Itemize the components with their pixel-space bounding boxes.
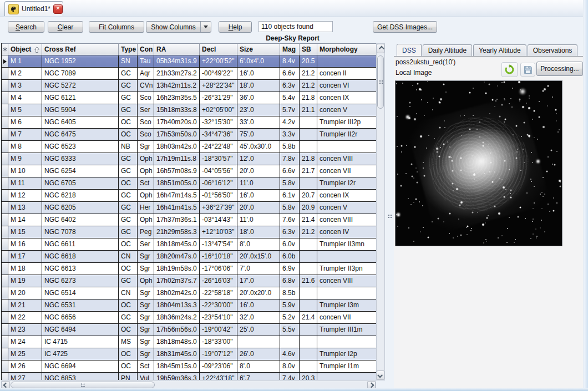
cell[interactable]: M 18 <box>8 263 42 275</box>
cell[interactable]: +22°00'52" <box>200 55 237 68</box>
cell[interactable]: -00°49'22" <box>200 68 237 80</box>
cell[interactable] <box>300 324 317 336</box>
table-row[interactable]: M 25IC 4725OCSgr18h31m45s.0-19°07'12"26'… <box>2 348 376 360</box>
cell[interactable]: Trumpler I2r <box>317 177 376 190</box>
cell[interactable]: 18h18m48s.0 <box>154 336 200 348</box>
cell[interactable]: Vul <box>138 373 154 380</box>
cell[interactable]: Sgr <box>138 312 154 324</box>
cell[interactable]: +36°27'39" <box>200 202 237 214</box>
document-tab[interactable]: Untitled1* ✕ <box>4 1 63 16</box>
row-selector[interactable] <box>2 251 8 263</box>
cell[interactable]: Sgr <box>138 348 154 360</box>
table-row[interactable]: M 8NGC 6523NBSgr18h03m42s.0-24°22'48"45'… <box>2 141 376 153</box>
cell[interactable]: M 13 <box>8 202 42 214</box>
cell[interactable]: 18h03m42s.0 <box>154 141 200 153</box>
cell[interactable]: 20.3 <box>300 373 317 380</box>
cell[interactable]: M 15 <box>8 226 42 238</box>
cell[interactable]: Ser <box>138 238 154 251</box>
column-header-morphology[interactable]: Morphology <box>317 43 376 55</box>
cell[interactable] <box>317 251 376 263</box>
cell[interactable]: 20.9 <box>300 202 317 214</box>
cell[interactable]: 20'.0x20'.0 <box>237 287 280 299</box>
cell[interactable]: +12°10'03" <box>200 226 237 238</box>
cell[interactable]: -22°58'18" <box>200 287 237 299</box>
cell[interactable]: 18h19m58s.0 <box>154 263 200 275</box>
cell[interactable]: +22°43'18" <box>200 373 237 380</box>
cell[interactable]: M 16 <box>8 238 42 251</box>
cell[interactable]: NGC 5272 <box>42 80 119 92</box>
help-button[interactable]: Help <box>219 21 252 33</box>
table-row[interactable]: M 24IC 4715MSSgr18h18m48s.0-18°33'00" <box>2 336 376 348</box>
show-columns-dropdown[interactable] <box>200 22 211 32</box>
table-row[interactable]: M 18NGC 6613OCSgr18h19m58s.0-17°06'06"7'… <box>2 263 376 275</box>
cell[interactable]: Oph <box>138 214 154 226</box>
cell[interactable] <box>300 129 317 141</box>
cell[interactable]: Her <box>138 202 154 214</box>
row-selector[interactable] <box>2 116 8 129</box>
cell[interactable]: OC <box>119 238 138 251</box>
cell[interactable]: 18h36m24s.2 <box>154 312 200 324</box>
cell[interactable]: IC 4725 <box>42 348 119 360</box>
cell[interactable]: 18h18m45s.0 <box>154 238 200 251</box>
cell[interactable]: NGC 6514 <box>42 287 119 299</box>
cell[interactable]: NGC 7089 <box>42 68 119 80</box>
cell[interactable]: -19°07'12" <box>200 348 237 360</box>
cell[interactable]: -18°33'00" <box>200 336 237 348</box>
cell[interactable] <box>317 287 376 299</box>
cell[interactable]: concen VI <box>317 80 376 92</box>
cell[interactable]: 16'.0 <box>237 299 280 312</box>
cell[interactable]: -18°30'57" <box>200 153 237 165</box>
cell[interactable] <box>280 336 300 348</box>
cell[interactable]: 6.6v <box>280 165 300 177</box>
cell[interactable]: 21.4 <box>300 312 317 324</box>
table-row[interactable]: M 4NGC 6121GCSco16h23m35s.5-26°31'29"36'… <box>2 92 376 104</box>
cell[interactable] <box>300 263 317 275</box>
cell[interactable]: NB <box>119 141 138 153</box>
cell[interactable]: 20'.0x15'.0 <box>237 251 280 263</box>
row-selector[interactable] <box>2 348 8 360</box>
cell[interactable]: GC <box>119 165 138 177</box>
cell[interactable]: concen II <box>317 68 376 80</box>
cell[interactable]: Aqr <box>138 68 154 80</box>
cell[interactable]: 5.8v <box>280 202 300 214</box>
cell[interactable]: -16°10'18" <box>200 251 237 263</box>
cell[interactable]: -32°15'30" <box>200 116 237 129</box>
cell[interactable]: Sgr <box>138 299 154 312</box>
cell[interactable]: 25'.0 <box>237 324 280 336</box>
cell[interactable]: +02°05'00" <box>200 104 237 116</box>
cell[interactable]: NGC 6475 <box>42 129 119 141</box>
cell[interactable]: GC <box>119 190 138 202</box>
cell[interactable]: 5.7v <box>280 104 300 116</box>
cell[interactable]: 21.4 <box>300 214 317 226</box>
cell[interactable]: 8.5b <box>280 287 300 299</box>
cell[interactable]: 18h20m47s.0 <box>154 251 200 263</box>
cell[interactable]: M 3 <box>8 80 42 92</box>
cell[interactable]: 16'.0 <box>237 68 280 80</box>
cell[interactable]: 21h29m58s.3 <box>154 226 200 238</box>
table-row[interactable]: M 1NGC 1952SNTau05h34m31s.9+22°00'52"6'.… <box>2 55 376 68</box>
cell[interactable]: NGC 6494 <box>42 324 119 336</box>
table-row[interactable]: M 5NGC 5904GCSer15h18m33s.8+02°05'00"23'… <box>2 104 376 116</box>
row-selector[interactable] <box>2 202 8 214</box>
cell[interactable]: Sgr <box>138 263 154 275</box>
cell[interactable]: 18'.0 <box>237 80 280 92</box>
panel-splitter[interactable] <box>385 43 394 389</box>
cell[interactable]: 6.3v <box>280 80 300 92</box>
cell[interactable]: GC <box>119 214 138 226</box>
table-row[interactable]: M 2NGC 7089GCAqr21h33m27s.2-00°49'22"16'… <box>2 68 376 80</box>
cell[interactable]: M 1 <box>8 55 42 68</box>
cell[interactable]: 3.3v <box>280 129 300 141</box>
vertical-scroll-thumb[interactable] <box>377 55 384 109</box>
cell[interactable]: 5.8v <box>280 177 300 190</box>
column-header-ra[interactable]: RA <box>154 43 200 55</box>
cell[interactable]: NGC 6254 <box>42 165 119 177</box>
cell[interactable]: M 19 <box>8 275 42 287</box>
row-selector[interactable] <box>2 190 8 202</box>
cell[interactable]: NGC 6218 <box>42 190 119 202</box>
cell[interactable]: 5.4v <box>280 92 300 104</box>
cell[interactable]: 18h02m42s.0 <box>154 287 200 299</box>
get-dss-images-button[interactable]: Get DSS Images... <box>373 21 437 33</box>
cell[interactable]: 7.4v <box>280 373 300 380</box>
cell[interactable]: OC <box>119 263 138 275</box>
row-selector[interactable] <box>2 104 8 116</box>
